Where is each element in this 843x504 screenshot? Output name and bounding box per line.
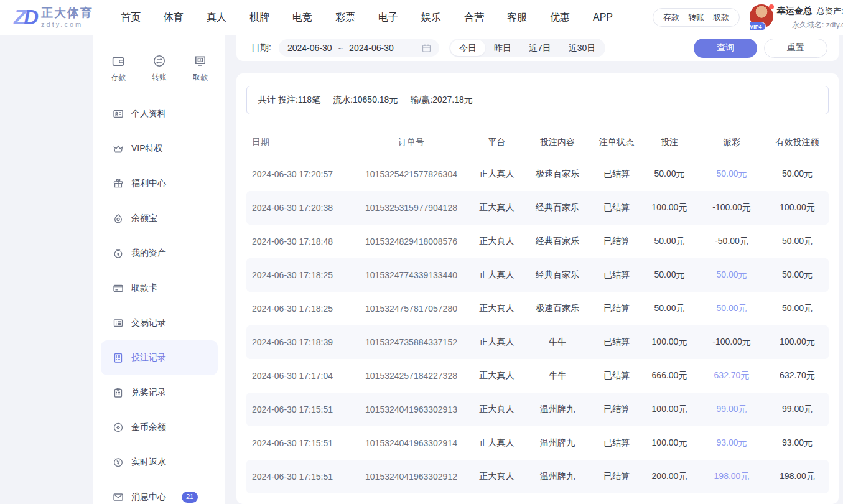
col-header-platform: 平台 — [470, 137, 523, 148]
sidebar-item-messages[interactable]: 消息中心 21 — [101, 480, 218, 504]
bet-records-panel: 共计 投注:118笔 流水:10650.18元 输/赢:2027.18元 日期 … — [236, 73, 839, 504]
nav-item-slots[interactable]: 电子 — [378, 11, 398, 24]
table-row: 2024-06-30 17:18:39 1015324735884337152 … — [246, 325, 829, 359]
summary-bar: 共计 投注:118笔 流水:10650.18元 输/赢:2027.18元 — [246, 86, 829, 114]
range-today-button[interactable]: 今日 — [450, 40, 485, 56]
sidebar: 存款 转账 取款 个人资料 VIP特权 福利中心 — [93, 35, 225, 504]
sidebar-item-profile[interactable]: 个人资料 — [101, 96, 218, 131]
coin-icon — [112, 421, 124, 434]
nav-item-sports[interactable]: 体育 — [164, 11, 184, 24]
header: ZD 正大体育 zdty.com 首页 体育 真人 棋牌 电竞 彩票 电子 娱乐… — [0, 0, 843, 35]
nav-item-esports[interactable]: 电竞 — [292, 11, 312, 24]
nav-item-live[interactable]: 真人 — [207, 11, 226, 24]
table-row: 2024-06-30 17:15:51 1015324041963302912 … — [246, 460, 829, 493]
range-30days-button[interactable]: 近30日 — [560, 40, 605, 56]
col-header-date: 日期 — [246, 137, 352, 148]
quick-withdraw-button[interactable]: 取款 — [193, 54, 208, 83]
table-header-row: 日期 订单号 平台 投注内容 注单状态 投注 派彩 有效投注额 — [246, 128, 829, 157]
nav-item-support[interactable]: 客服 — [507, 11, 527, 24]
table-row: 2024-06-30 17:17:04 1015324257184227328 … — [246, 359, 829, 393]
summary-turnover: 流水:10650.18元 — [333, 95, 398, 106]
nav-item-home[interactable]: 首页 — [121, 11, 141, 24]
table-row: 2024-06-30 17:20:57 1015325421577826304 … — [246, 157, 829, 191]
date-to: 2024-06-30 — [349, 43, 394, 53]
col-header-valid: 有效投注额 — [766, 137, 829, 148]
calendar-icon — [421, 43, 432, 54]
col-header-status: 注单状态 — [592, 137, 641, 148]
sidebar-item-rebate[interactable]: 实时返水 — [101, 445, 218, 480]
quick-range-group: 今日 昨日 近7日 近30日 — [449, 39, 605, 57]
top-navigation: 首页 体育 真人 棋牌 电竞 彩票 电子 娱乐 合营 客服 优惠 APP — [121, 11, 613, 24]
sidebar-item-withdraw-card[interactable]: 取款卡 — [101, 271, 218, 306]
clipboard-icon — [112, 386, 124, 399]
bank-card-icon — [112, 282, 124, 294]
total-assets-label: 总资产: — [817, 6, 843, 16]
table-row: 2024-06-30 17:18:25 1015324757817057280 … — [246, 292, 829, 325]
username: 幸运金总 — [777, 6, 812, 16]
rebate-yen-icon — [112, 456, 124, 469]
nav-item-promos[interactable]: 优惠 — [550, 11, 570, 24]
id-card-icon — [112, 108, 124, 120]
filter-bar: 日期: 2024-06-30 ~ 2024-06-30 今日 昨日 近7日 近3… — [236, 35, 839, 61]
sidebar-menu: 个人资料 VIP特权 福利中心 余额宝 我的资产 取款卡 — [93, 96, 225, 504]
vip-badge: VIP4 — [750, 22, 766, 30]
money-bag-icon — [112, 247, 124, 259]
sidebar-item-yuebao[interactable]: 余额宝 — [101, 201, 218, 236]
brand-name: 正大体育 — [41, 7, 93, 20]
sidebar-item-bet-records[interactable]: 投注记录 — [101, 340, 218, 375]
summary-winloss: 输/赢:2027.18元 — [410, 95, 472, 106]
sidebar-item-prize-records[interactable]: 兑奖记录 — [101, 375, 218, 410]
page: ZD 正大体育 zdty.com 首页 体育 真人 棋牌 电竞 彩票 电子 娱乐… — [0, 0, 843, 504]
sidebar-item-welfare[interactable]: 福利中心 — [101, 166, 218, 201]
coin-purse-icon — [112, 212, 124, 225]
col-header-payout: 派彩 — [697, 137, 766, 148]
brand-domain: zdty.com — [41, 21, 93, 28]
permanent-domain: 永久域名: zdty.com — [777, 20, 843, 30]
atm-icon — [193, 54, 208, 68]
range-yesterday-button[interactable]: 昨日 — [485, 40, 520, 56]
sidebar-item-coin-balance[interactable]: 金币余额 — [101, 410, 218, 445]
col-header-bet: 投注 — [641, 137, 697, 148]
search-button[interactable]: 查询 — [694, 39, 757, 58]
table-row: 2024-06-30 17:18:48 1015324829418008576 … — [246, 225, 829, 258]
table-row: 2024-06-30 17:20:38 1015325315977904128 … — [246, 191, 829, 225]
bet-records-table: 日期 订单号 平台 投注内容 注单状态 投注 派彩 有效投注额 2024-06-… — [246, 128, 829, 493]
nav-item-lottery[interactable]: 彩票 — [335, 11, 355, 24]
table-row: 2024-06-30 17:15:51 1015324041963302913 … — [246, 393, 829, 426]
reset-button[interactable]: 重置 — [764, 39, 827, 58]
table-row: 2024-06-30 17:15:51 1015324041963302914 … — [246, 426, 829, 460]
col-header-order: 订单号 — [352, 137, 470, 148]
deposit-link[interactable]: 存款 — [663, 12, 679, 23]
gift-icon — [112, 177, 124, 190]
nav-item-entertainment[interactable]: 娱乐 — [421, 11, 441, 24]
withdraw-link[interactable]: 取款 — [713, 12, 729, 23]
sidebar-item-assets[interactable]: 我的资产 — [101, 236, 218, 271]
document-icon — [112, 352, 124, 364]
unread-count-badge: 21 — [182, 492, 198, 502]
table-row: 2024-06-30 17:18:25 1015324774339133440 … — [246, 258, 829, 292]
transfer-icon — [152, 54, 167, 68]
sidebar-item-transactions[interactable]: 交易记录 — [101, 306, 218, 340]
notification-dot — [769, 4, 774, 9]
summary-total: 共计 投注:118笔 — [258, 95, 320, 106]
user-account[interactable]: VIP4 幸运金总总资产: 永久域名: zdty.com — [750, 4, 843, 30]
ledger-icon — [112, 317, 124, 329]
col-header-content: 投注内容 — [523, 137, 592, 148]
sidebar-item-vip[interactable]: VIP特权 — [101, 131, 218, 166]
brand-logo-mark: ZD — [14, 7, 36, 27]
wallet-actions: 存款 转账 取款 — [653, 8, 740, 27]
date-from: 2024-06-30 — [287, 43, 332, 53]
transfer-link[interactable]: 转账 — [688, 12, 704, 23]
date-label: 日期: — [251, 42, 271, 54]
quick-deposit-button[interactable]: 存款 — [111, 54, 126, 83]
wallet-icon — [111, 54, 126, 68]
nav-item-partnership[interactable]: 合营 — [464, 11, 484, 24]
brand-logo[interactable]: ZD 正大体育 zdty.com — [14, 7, 93, 29]
range-7days-button[interactable]: 近7日 — [520, 40, 560, 56]
nav-item-app[interactable]: APP — [593, 12, 613, 23]
crown-icon — [112, 142, 124, 155]
nav-item-board-games[interactable]: 棋牌 — [249, 11, 269, 24]
mail-icon — [112, 491, 124, 503]
quick-transfer-button[interactable]: 转账 — [152, 54, 167, 83]
date-range-input[interactable]: 2024-06-30 ~ 2024-06-30 — [279, 39, 439, 57]
